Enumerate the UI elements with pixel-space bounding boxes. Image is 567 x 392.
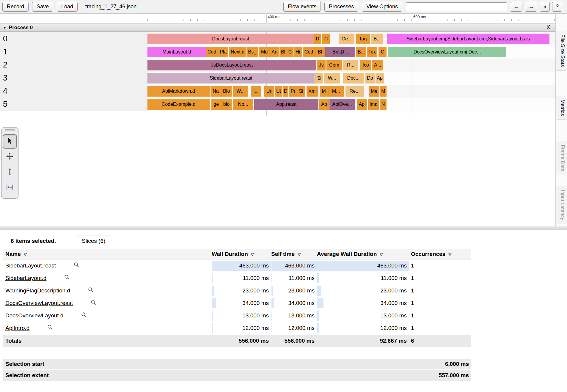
trace-slice[interactable]: App.reast [254, 99, 318, 110]
trace-slice[interactable]: Md [259, 47, 270, 57]
tab-file-size-stats[interactable]: File Size Stats [557, 31, 566, 71]
record-button[interactable]: Record [2, 2, 29, 12]
column-header-average-wall-duration[interactable]: Average Wall Duration ▽ [317, 251, 409, 257]
find-next-button[interactable]: → [525, 2, 537, 12]
trace-slice[interactable]: An [270, 47, 279, 57]
trace-slice[interactable]: Doc... [343, 73, 364, 84]
flow-events-button[interactable]: Flow events [283, 2, 321, 12]
palette-drag-handle[interactable] [5, 129, 15, 133]
panel-splitter[interactable] [0, 226, 567, 230]
track-row[interactable]: 4ApiMarkdown.dNaBloW...I...UrlUtDPrSiXml… [0, 85, 555, 98]
table-row[interactable]: DocsOverviewLayout.reast34.000 ms34.000 … [3, 297, 471, 309]
trace-slice[interactable]: R... [343, 60, 358, 70]
trace-slice[interactable]: M [380, 86, 387, 97]
help-button[interactable]: ? [552, 2, 562, 12]
trace-slice[interactable]: B... [356, 47, 366, 57]
trace-slice[interactable]: Na [211, 86, 221, 97]
trace-slice[interactable]: Ico [360, 60, 371, 70]
trace-slice[interactable]: Do [365, 73, 375, 84]
trace-slice[interactable]: ApiMarkdown.d [147, 86, 210, 97]
trace-slice[interactable]: Re... [345, 86, 364, 97]
slice-name-link[interactable]: DocsOverviewLayout.reast [5, 300, 73, 306]
magnifier-icon[interactable] [81, 312, 87, 319]
trace-slice[interactable]: B... [371, 34, 383, 44]
magnifier-icon[interactable] [74, 262, 79, 269]
trace-slice[interactable]: DocsLayout.reast [147, 34, 314, 44]
tab-metrics[interactable]: Metrics [557, 96, 566, 120]
find-previous-button[interactable]: ← [510, 2, 522, 12]
save-button[interactable]: Save [32, 2, 53, 12]
search-input[interactable] [406, 2, 507, 11]
trace-slice[interactable]: Ap [319, 99, 329, 110]
trace-slice[interactable]: I... [251, 86, 261, 97]
slice-name-link[interactable]: WarningFlagDescription.d [5, 287, 70, 294]
trace-slice[interactable]: D [314, 34, 321, 44]
trace-slice[interactable]: JsDocsLayout.reast [147, 60, 316, 70]
slice-name-link[interactable]: SidebarLayout.reast [5, 262, 56, 269]
view-options-button[interactable]: View Options [362, 2, 402, 12]
magnifier-icon[interactable] [64, 275, 70, 282]
process-header[interactable]: ▼ Process 0 X [0, 23, 555, 32]
column-header-name[interactable]: Name ▽ [3, 251, 212, 257]
tab-frame-data[interactable]: Frame Data [557, 141, 566, 175]
trace-slice[interactable]: SidebarLayout.reast [147, 73, 315, 84]
trace-slice[interactable]: No... [233, 99, 253, 110]
track-slices-area[interactable]: DocsLayout.reastDCGe...TagB...SidebarLay… [147, 32, 555, 45]
column-header-self-time[interactable]: Self time ▽ [271, 251, 317, 257]
trace-slice[interactable]: MainLayout.d [147, 47, 206, 57]
table-row[interactable]: SidebarLayout.reast463.000 ms463.000 ms4… [3, 259, 471, 272]
column-header-wall-duration[interactable]: Wall Duration ▽ [212, 251, 271, 257]
selection-tool-button[interactable] [3, 134, 17, 149]
table-row[interactable]: DocsOverviewLayout.d13.000 ms13.000 ms13… [3, 309, 471, 322]
trace-slice[interactable]: Bl [279, 47, 287, 57]
track-slices-area[interactable]: MainLayout.dCodPlaNext.dBs_MdAnBlCHiCodB… [147, 45, 555, 59]
track-row[interactable]: 0DocsLayout.reastDCGe...TagB...SidebarLa… [0, 32, 555, 45]
trace-slice[interactable]: Blo [221, 86, 232, 97]
trace-slice[interactable]: W... [324, 73, 340, 84]
track-row[interactable]: 2JsDocsLayout.reastJsComR...IcoA... [0, 59, 555, 72]
trace-slice[interactable]: Cod [206, 47, 218, 57]
slice-name-link[interactable]: SidebarLayout.d [5, 275, 46, 281]
sort-triangle-icon[interactable]: ▽ [24, 252, 27, 256]
time-ruler[interactable] [147, 15, 555, 21]
pan-tool-button[interactable] [3, 150, 17, 164]
trace-slice[interactable]: M... [328, 86, 344, 97]
table-row[interactable]: SidebarLayout.d11.000 ms11.000 ms11.000 … [3, 272, 471, 284]
trace-slice[interactable]: Bl [315, 47, 325, 57]
slice-name-link[interactable]: DocsOverviewLayout.d [5, 312, 63, 319]
column-header-occurrences[interactable]: Occurrences ▽ [409, 251, 471, 257]
trace-slice[interactable]: Api [357, 99, 367, 110]
magnifier-icon[interactable] [88, 287, 94, 294]
trace-slice[interactable]: C [378, 47, 387, 57]
trace-slice[interactable]: Pr [289, 86, 297, 97]
trace-slice[interactable]: blo [221, 99, 232, 110]
table-row[interactable]: WarningFlagDescription.d23.000 ms23.000 … [3, 284, 471, 297]
trace-slice[interactable]: Xml [307, 86, 318, 97]
track-slices-area[interactable]: CodeExample.dgebloNo...App.reastApApiOve… [147, 98, 555, 111]
trace-slice[interactable]: ge [211, 99, 221, 110]
more-options-button[interactable]: » [540, 2, 550, 12]
trace-slice[interactable]: W... [233, 86, 248, 97]
track-row[interactable]: 5CodeExample.dgebloNo...App.reastApApiOv… [0, 98, 555, 111]
trace-slice[interactable]: A... [372, 60, 383, 70]
load-button[interactable]: Load [57, 2, 78, 12]
trace-slice[interactable]: Hi [293, 47, 302, 57]
track-row[interactable]: 1MainLayout.dCodPlaNext.dBs_MdAnBlCHiCod… [0, 45, 555, 59]
trace-slice[interactable]: Si [297, 86, 305, 97]
timing-tool-button[interactable] [3, 181, 17, 195]
track-slices-area[interactable]: ApiMarkdown.dNaBloW...I...UrlUtDPrSiXmlM… [147, 85, 555, 98]
trace-slice[interactable]: Ima [368, 99, 379, 110]
trace-slice[interactable]: Si [315, 73, 323, 84]
process-close-button[interactable]: X [546, 24, 550, 31]
magnifier-icon[interactable] [47, 325, 53, 332]
tab-slices[interactable]: Slices (6) [75, 235, 112, 247]
trace-slice[interactable]: Pla [218, 47, 228, 57]
vertical-zoom-tool-button[interactable] [3, 165, 17, 180]
collapse-triangle-icon[interactable]: ▼ [3, 26, 7, 30]
trace-slice[interactable]: Cod [303, 47, 315, 57]
trace-slice[interactable]: Url [264, 86, 274, 97]
trace-slice[interactable]: Tex [367, 47, 377, 57]
magnifier-icon[interactable] [91, 300, 96, 307]
tab-input-latency[interactable]: Input Latency [557, 186, 566, 224]
trace-slice[interactable]: BeltD... [325, 47, 355, 57]
